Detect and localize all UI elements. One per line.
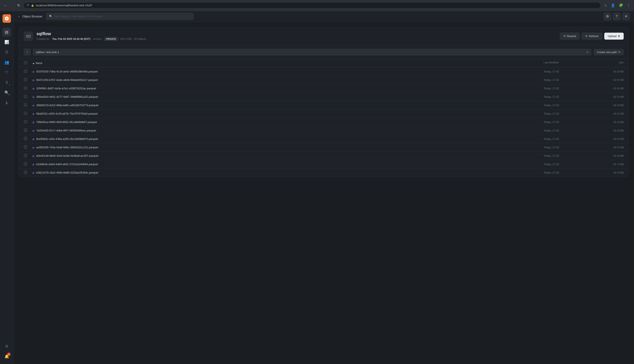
refresh-button[interactable]: ↻ <box>16 2 21 8</box>
file-size: 42.4 KiB <box>590 171 624 174</box>
theme-button[interactable]: ☀ <box>622 13 630 20</box>
file-type-icon: ◈ <box>32 112 35 116</box>
row-checkbox[interactable] <box>24 112 27 115</box>
file-modified-date: Today, 17:42 <box>543 112 590 115</box>
file-type-icon: ◈ <box>32 87 35 90</box>
sidebar-item-settings[interactable]: ⚙ <box>3 342 11 350</box>
url-text: localhost:9090/browser/sqlflow/test-sink… <box>36 4 92 7</box>
row-checkbox[interactable] <box>24 154 27 157</box>
chart-icon: 📊 <box>5 40 9 44</box>
sidebar: ▤ 📊 ☰ 👥 🛡 🗄 ▾ 🔍 ▾ λ ⚙ 🔔 1 <box>0 11 14 364</box>
search-icon: 🔍 <box>5 90 9 95</box>
row-checkbox[interactable] <box>24 170 27 174</box>
name-col-label: Name <box>36 62 42 65</box>
file-type-icon: ◈ <box>32 146 35 149</box>
table-row[interactable]: ◈ 388d527d-dc52-489a-bd0c-a4519d753773.p… <box>19 101 629 110</box>
size-column-header[interactable]: Size <box>590 61 624 65</box>
select-all-checkbox[interactable] <box>24 61 27 64</box>
bucket-name: sqlflow <box>37 32 556 36</box>
bucket-size: 842.5 KiB – 20 Objects <box>120 38 146 40</box>
table-row[interactable]: ◈ 9ce93d3c-cd3c-436a-a255-2bc1b00bb973.p… <box>19 135 629 143</box>
back-button[interactable]: ← <box>3 2 9 8</box>
table-row[interactable]: ◈ 786b05ca-9990-483f-8652-4fc1db08db87.p… <box>19 118 629 126</box>
file-name-cell: ◈ 380ed2b3-4b51-4277-9a67-34b8f9961a32.p… <box>32 95 543 98</box>
file-modified-date: Today, 17:42 <box>543 154 590 157</box>
extensions-button[interactable]: 🧩 <box>617 2 624 9</box>
path-back-button[interactable]: ‹ <box>24 49 31 56</box>
row-checkbox[interactable] <box>24 78 27 81</box>
row-checkbox[interactable] <box>24 70 27 73</box>
file-name: 0647c353-b767-4a3e-a9c8-0febde052e17.par… <box>36 78 98 82</box>
profile-button[interactable]: 👤 <box>609 2 616 9</box>
file-modified-date: Today, 17:42 <box>543 104 590 107</box>
file-size: 42.5 KiB <box>590 137 624 140</box>
row-checkbox[interactable] <box>24 86 27 90</box>
sidebar-item-chart[interactable]: 📊 <box>3 38 11 46</box>
sidebar-item-dashboard[interactable]: ▤ <box>3 28 11 36</box>
file-size: 41.8 KiB <box>590 87 624 90</box>
settings-button[interactable]: ⚙ <box>604 13 611 20</box>
file-rows: ◈ 03376330-7d6a-4c24-ae0c-d90f0d38b48d.p… <box>19 68 629 177</box>
rewind-button[interactable]: ↺ Rewind <box>560 33 580 40</box>
last-modified-column-header[interactable]: Last Modified <box>543 61 590 65</box>
rewind-icon: ↺ <box>563 34 566 38</box>
row-checkbox-cell <box>24 95 32 99</box>
table-row[interactable]: ◈ b0e4014d-d6e9-44e4-be9d-3e48a5cac357.p… <box>19 152 629 160</box>
file-modified-date: Today, 17:42 <box>543 95 590 98</box>
upload-button[interactable]: Upload ⬆ <box>604 33 624 40</box>
row-checkbox[interactable] <box>24 128 27 132</box>
table-row[interactable]: ◈ 03376330-7d6a-4c24-ae0c-d90f0d38b48d.p… <box>19 68 629 76</box>
app-logo[interactable] <box>3 14 11 23</box>
table-row[interactable]: ◈ 58af3331-c833-4c29-a678-73a7678793a0.p… <box>19 110 629 118</box>
file-table: ▲ Name Last Modified Size ◈ 03376330-7d6… <box>19 59 629 177</box>
sidebar-item-database[interactable]: 🗄 ▾ <box>3 78 11 87</box>
bucket-header: sqlflow Created on: Tue, Feb 04 2025 16:… <box>19 27 629 45</box>
refresh-button[interactable]: ↻ Refresh <box>582 33 602 40</box>
security-icon: 🛡 <box>27 4 29 7</box>
row-checkbox-cell <box>24 154 32 158</box>
file-name: 388d527d-dc52-489a-bd0c-a4519d753773.par… <box>36 104 99 107</box>
table-row[interactable]: ◈ 32f4f961-8d07-4e3e-a7e1-c83f676252ac.p… <box>19 84 629 93</box>
row-checkbox-cell <box>24 128 32 132</box>
alert-badge: 1 <box>7 352 11 356</box>
path-input[interactable]: sqlflow / test-sink-1 ⧉ <box>33 49 591 56</box>
sidebar-item-lambda[interactable]: λ <box>3 98 11 107</box>
sidebar-item-search[interactable]: 🔍 ▾ <box>3 88 11 97</box>
table-row[interactable]: ◈ b3811579-c5e2-458b-8d88-3225ac05264c.p… <box>19 168 629 177</box>
table-row[interactable]: ◈ ac805295-743a-44a8-9d8c-3892b32cc131.p… <box>19 143 629 152</box>
bucket-actions: ↺ Rewind ↻ Refresh Upload ⬆ <box>560 33 624 40</box>
table-row[interactable]: ◈ 0647c353-b767-4a3e-a9c8-0febde052e17.p… <box>19 76 629 84</box>
file-size: 42.5 KiB <box>590 95 624 98</box>
path-text: sqlflow / test-sink-1 <box>36 50 59 54</box>
row-checkbox[interactable] <box>24 120 27 124</box>
bookmark-button[interactable]: ☆ <box>603 2 608 9</box>
sidebar-item-list[interactable]: ☰ <box>3 48 11 56</box>
row-checkbox[interactable] <box>24 95 27 98</box>
row-checkbox[interactable] <box>24 103 27 106</box>
file-size: 41.7 KiB <box>590 162 624 166</box>
forward-button[interactable]: → <box>9 2 15 8</box>
table-row[interactable]: ◈ 380ed2b3-4b51-4277-9a67-34b8f9961a32.p… <box>19 93 629 101</box>
sidebar-item-alerts[interactable]: 🔔 1 <box>3 352 11 361</box>
path-browser: ‹ sqlflow / test-sink-1 ⧉ Create new pat… <box>19 45 629 59</box>
file-name: 380ed2b3-4b51-4277-9a67-34b8f9961a32.par… <box>36 95 98 98</box>
table-row[interactable]: ◈ 7d204e50-67c7-4dbb-8f47-fd0f3b586eec.p… <box>19 126 629 135</box>
file-size: 41.8 KiB <box>590 154 624 157</box>
sidebar-item-users[interactable]: 👥 <box>3 58 11 66</box>
sidebar-item-shield[interactable]: 🛡 <box>3 68 11 77</box>
chevron-left-icon: ‹ <box>27 50 28 54</box>
create-new-path-button[interactable]: Create new path ✎ <box>594 49 624 55</box>
menu-button[interactable]: ⋮ <box>625 2 631 9</box>
row-checkbox-cell <box>24 137 32 141</box>
file-size: 41.9 KiB <box>590 104 624 107</box>
row-checkbox[interactable] <box>24 162 27 166</box>
row-checkbox[interactable] <box>24 145 27 149</box>
address-bar[interactable]: 🛡 🔒 localhost:9090/browser/sqlflow/test-… <box>24 2 601 8</box>
search-bar[interactable]: 🔍 Start typing to filter objects in the … <box>46 13 194 20</box>
help-button[interactable]: ? <box>613 13 620 20</box>
table-row[interactable]: ◈ b2ddfe5e-da0d-4a84-a6d1-27d1a2a44b64.p… <box>19 160 629 168</box>
copy-path-button[interactable]: ⧉ <box>586 50 588 54</box>
row-checkbox[interactable] <box>24 137 27 140</box>
name-column-header[interactable]: ▲ Name <box>32 61 543 65</box>
back-nav[interactable]: ← Object Browser <box>18 15 43 18</box>
